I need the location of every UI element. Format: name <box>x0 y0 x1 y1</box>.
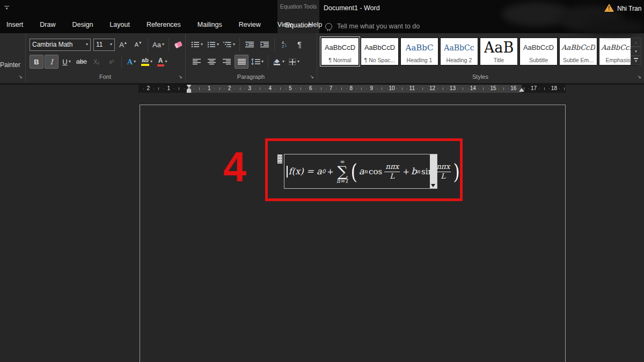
tab-draw[interactable]: Draw <box>39 21 56 28</box>
text-effects-button[interactable]: A▾ <box>125 55 138 69</box>
italic-button[interactable]: I <box>45 55 58 69</box>
ruler-tick <box>564 87 565 90</box>
ruler-tick <box>158 87 159 90</box>
font-color-button[interactable]: A ▾ <box>155 55 169 69</box>
ruler-number: 14 <box>470 85 476 91</box>
shading-button[interactable]: ▾ <box>271 55 286 69</box>
ruler-number: 18 <box>551 85 557 91</box>
tab-layout[interactable]: Layout <box>108 21 131 28</box>
tab-help[interactable]: Help <box>308 21 324 28</box>
style-card-heading-1[interactable]: AaBbCHeading 1 <box>400 38 438 65</box>
borders-button[interactable]: ▾ <box>287 55 301 69</box>
align-center-button[interactable] <box>204 55 218 69</box>
paragraph-dialog-launcher-icon[interactable]: ↘ <box>310 75 314 79</box>
ruler-tick <box>508 88 509 89</box>
increase-indent-button[interactable] <box>258 38 272 51</box>
document-title: Document1 - Word <box>324 4 380 12</box>
ruler-tick <box>199 87 200 90</box>
ruler-tick <box>367 88 367 89</box>
font-size-combo[interactable]: 11▾ <box>93 39 115 51</box>
styles-gallery-more-button[interactable]: ▾ <box>631 56 641 65</box>
clear-formatting-button[interactable] <box>172 38 186 51</box>
bullets-button[interactable]: ▾ <box>189 38 204 51</box>
show-paragraph-marks-button[interactable]: ¶ <box>292 38 306 51</box>
ruler-tick <box>326 88 326 89</box>
tab-mailings[interactable]: Mailings <box>196 21 223 28</box>
ruler-tick <box>245 88 245 89</box>
style-card-normal[interactable]: AaBbCcD¶ Normal <box>321 38 359 65</box>
line-spacing-button[interactable]: ▾ <box>250 55 265 69</box>
align-left-button[interactable] <box>189 55 203 69</box>
tab-review[interactable]: Review <box>238 21 262 28</box>
word-window: Equation Tools Equation ▾ Document1 - Wo… <box>0 0 644 362</box>
clipboard-dialog-launcher-icon[interactable]: ↘ <box>18 75 23 79</box>
justify-button[interactable] <box>235 55 248 69</box>
style-card-subtle-em[interactable]: AaBbCcDSubtle Em... <box>559 38 597 65</box>
style-label: ¶ Normal <box>328 57 351 65</box>
tab-view[interactable]: View <box>276 21 293 28</box>
quick-access-collapse-icon[interactable]: ▾ <box>4 6 9 11</box>
ruler-number: 1 <box>208 85 211 91</box>
justify-icon <box>238 58 246 65</box>
ruler-number: 4 <box>268 85 272 91</box>
shrink-font-button[interactable]: A▾ <box>131 38 145 51</box>
superscript-button[interactable]: x² <box>105 55 119 69</box>
tab-references[interactable]: References <box>145 21 182 28</box>
ruler-tick <box>336 88 336 89</box>
paint-bucket-icon <box>273 58 281 65</box>
style-card-heading-2[interactable]: AaBbCcHeading 2 <box>440 38 478 65</box>
align-right-button[interactable] <box>219 55 233 69</box>
ruler-tick <box>402 87 402 90</box>
decrease-indent-button[interactable] <box>243 38 257 51</box>
equation-options-strip[interactable] <box>430 154 437 188</box>
text-highlight-button[interactable]: ab ▾ <box>140 55 154 69</box>
lightbulb-icon <box>325 23 332 30</box>
bold-button[interactable]: B <box>30 55 43 69</box>
styles-gallery-up-button[interactable]: ▴ <box>631 38 641 47</box>
ruler-tick <box>417 88 418 89</box>
warning-icon[interactable] <box>604 4 614 12</box>
ruler-tick <box>341 87 342 90</box>
strikethrough-button[interactable]: abe <box>75 55 89 69</box>
styles-dialog-launcher-icon[interactable]: ↘ <box>637 75 641 79</box>
change-case-button[interactable]: Aa▾ <box>151 38 166 51</box>
styles-group: AaBbCcD¶ NormalAaBbCcD¶ No Spac...AaBbCH… <box>317 33 644 82</box>
tab-insert[interactable]: Insert <box>5 21 24 28</box>
style-card-title[interactable]: AaBTitle <box>480 38 518 65</box>
tell-me-box[interactable]: Tell me what you want to do <box>325 20 420 32</box>
ruler[interactable]: 21123456789101112131415161718 <box>138 85 566 93</box>
style-label: Subtle Em... <box>563 57 594 65</box>
multilevel-list-button[interactable]: ▾ <box>222 38 237 51</box>
ruler-tick <box>164 88 164 89</box>
numbering-button[interactable]: ▾ <box>206 38 221 51</box>
eraser-icon <box>174 41 183 48</box>
ruler-number: 8 <box>350 85 353 91</box>
font-name-combo[interactable]: Cambria Math▾ <box>30 39 91 51</box>
style-label: ¶ No Spac... <box>364 57 396 65</box>
font-dialog-launcher-icon[interactable]: ↘ <box>178 75 182 79</box>
subscript-button[interactable]: X₂ <box>90 55 104 69</box>
paragraph-group-label: Paragraph <box>185 73 317 80</box>
grow-font-button[interactable]: A▴ <box>116 38 130 51</box>
underline-button[interactable]: U▾ <box>60 55 74 69</box>
style-card-subtitle[interactable]: AaBbCcDSubtitle <box>519 38 558 65</box>
style-card-no-spac[interactable]: AaBbCcD¶ No Spac... <box>361 38 399 65</box>
equation-drag-handle-icon[interactable] <box>277 154 282 164</box>
ruler-tick <box>448 88 448 89</box>
equation-editor[interactable]: f(x) = a0 + ∞ ∑ n=1 ( an cos nπxL + bn s… <box>284 154 437 189</box>
format-painter-button[interactable]: Painter <box>0 61 24 69</box>
tell-me-placeholder: Tell me what you want to do <box>337 23 420 30</box>
chevron-down-icon: ▾ <box>297 60 299 64</box>
signed-in-user[interactable]: Nhi Tran <box>617 5 641 12</box>
font-color-icon: A <box>157 57 164 67</box>
ruler-tick <box>305 88 306 89</box>
ruler-tick <box>361 87 362 90</box>
ruler-tick <box>529 88 529 89</box>
sort-button[interactable]: AZ ↓ <box>277 38 291 51</box>
ruler-number: 2 <box>147 85 150 91</box>
ruler-tick <box>498 88 499 89</box>
styles-gallery-down-button[interactable]: ▾ <box>631 47 641 56</box>
ruler-tick <box>478 88 479 89</box>
tab-design[interactable]: Design <box>71 21 94 28</box>
chevron-down-icon: ▾ <box>201 42 203 47</box>
